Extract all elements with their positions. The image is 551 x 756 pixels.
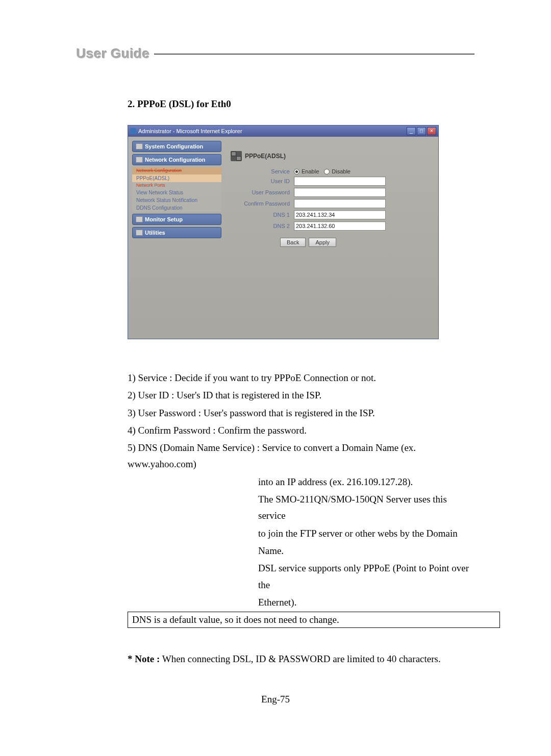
desc-line-5: 5) DNS (Domain Name Service) : Service t…	[128, 440, 474, 473]
maximize-button[interactable]: □	[417, 127, 426, 135]
system-config-icon	[136, 143, 143, 149]
section-title: 2. PPPoE (DSL) for Eth0	[128, 98, 474, 110]
boxed-note: DNS is a default value, so it does not n…	[128, 612, 500, 628]
sidebar-sub-ports[interactable]: Network Ports	[132, 182, 221, 189]
dns-line-b: The SMO-211QN/SMO-150QN Server uses this…	[258, 491, 474, 524]
network-icon	[231, 151, 242, 161]
sidebar-item-system-configuration[interactable]: System Configuration	[132, 141, 221, 152]
header: User Guide	[77, 46, 474, 62]
window-titlebar: Administrator - Microsoft Internet Explo…	[128, 125, 438, 137]
sidebar-sub-pppoe[interactable]: PPPoE(ADSL)	[132, 174, 221, 182]
sidebar-sub-networkconf[interactable]: Network Configuration	[132, 167, 221, 174]
desc-line-4: 4) Confirm Password : Confirm the passwo…	[128, 422, 474, 439]
page-number: Eng-75	[0, 694, 551, 705]
dns-line-c: to join the FTP server or other webs by …	[258, 525, 474, 542]
sidebar-item-monitor-setup[interactable]: Monitor Setup	[132, 214, 221, 225]
label-dns2: DNS 2	[231, 223, 292, 229]
sidebar: System Configuration Network Configurati…	[132, 141, 221, 335]
minimize-button[interactable]: _	[407, 127, 416, 135]
network-config-icon	[136, 157, 143, 163]
service-radios: Enable Disable	[294, 168, 386, 174]
dns-line-f: Ethernet).	[258, 594, 474, 611]
window-title: Administrator - Microsoft Internet Explo…	[138, 128, 242, 134]
sidebar-sub-view-status[interactable]: View Network Status	[132, 189, 221, 196]
utilities-icon	[136, 230, 143, 236]
label-user-id: User ID	[231, 178, 292, 184]
header-rule	[154, 54, 474, 55]
footnote: * Note : When connecting DSL, ID & PASSW…	[128, 653, 474, 665]
content-pane: PPPoE(ADSL) Service Enable Disable User …	[226, 141, 434, 335]
sidebar-sublist: Network Configuration PPPoE(ADSL) Networ…	[132, 167, 221, 212]
desc-line-3: 3) User Password : User's password that …	[128, 405, 474, 421]
sidebar-sub-ddns[interactable]: DDNS Configuration	[132, 204, 221, 212]
label-user-password: User Password	[231, 189, 292, 195]
desc-line-1: 1) Service : Decide if you want to try P…	[128, 370, 474, 386]
label-dns1: DNS 1	[231, 212, 292, 218]
sidebar-item-network-configuration[interactable]: Network Configuration	[132, 154, 221, 165]
sidebar-label: Utilities	[145, 230, 165, 236]
dns-line-d: Name.	[258, 543, 474, 559]
content-heading-text: PPPoE(ADSL)	[245, 153, 286, 160]
input-user-password[interactable]	[294, 188, 386, 197]
guide-title: User Guide	[77, 46, 150, 62]
radio-enable[interactable]	[294, 169, 299, 174]
input-dns2[interactable]	[294, 221, 386, 231]
radio-disable[interactable]	[324, 169, 330, 174]
footnote-text: When connecting DSL, ID & PASSWORD are l…	[160, 653, 440, 664]
dns-line-e: DSL service supports only PPPoE (Point t…	[258, 560, 474, 593]
apply-button[interactable]: Apply	[309, 238, 336, 247]
monitor-icon	[136, 216, 143, 222]
label-confirm-password: Confirm Password	[231, 200, 292, 207]
footnote-prefix: * Note :	[128, 653, 160, 664]
desc-line-2: 2) User ID : User's ID that is registere…	[128, 387, 474, 404]
content-heading: PPPoE(ADSL)	[231, 151, 429, 161]
input-dns1[interactable]	[294, 210, 386, 219]
radio-enable-label: Enable	[302, 168, 319, 174]
sidebar-label: Network Configuration	[145, 157, 206, 163]
description-list: 1) Service : Decide if you want to try P…	[128, 370, 474, 473]
dns-description: into an IP address (ex. 216.109.127.28).…	[258, 474, 474, 611]
radio-disable-label: Disable	[332, 168, 350, 174]
sidebar-item-utilities[interactable]: Utilities	[132, 227, 221, 238]
sidebar-label: Monitor Setup	[145, 216, 183, 222]
input-user-id[interactable]	[294, 177, 386, 186]
dns-line-a: into an IP address (ex. 216.109.127.28).	[258, 474, 474, 490]
ie-icon	[130, 128, 136, 134]
close-button[interactable]: ×	[427, 127, 436, 135]
embedded-screenshot: Administrator - Microsoft Internet Explo…	[128, 125, 439, 339]
back-button[interactable]: Back	[280, 238, 306, 247]
label-service: Service	[231, 168, 292, 174]
sidebar-sub-notification[interactable]: Network Status Notification	[132, 196, 221, 204]
sidebar-label: System Configuration	[145, 143, 203, 149]
input-confirm-password[interactable]	[294, 199, 386, 208]
pppoe-form: Service Enable Disable User ID User Pass…	[231, 168, 429, 247]
